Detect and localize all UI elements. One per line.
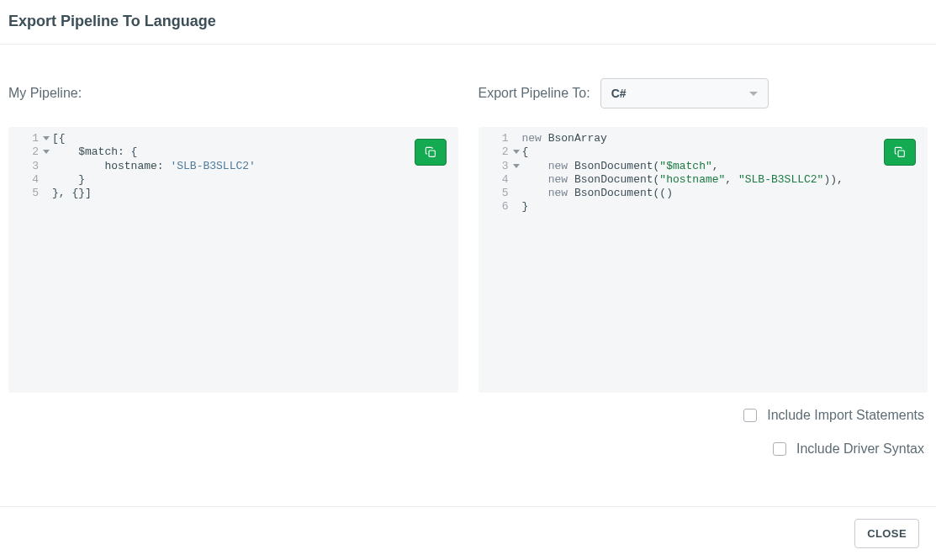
line-number: 1 [8, 132, 42, 145]
language-select-value: C# [611, 87, 627, 100]
export-code[interactable]: new BsonArray { new BsonDocument("$match… [522, 127, 928, 393]
export-code-box: 1 2 3 4 5 6 new BsonArray { new BsonDocu… [479, 127, 928, 393]
checkbox-input[interactable] [743, 409, 757, 422]
options: Include Import Statements Include Driver… [8, 408, 928, 457]
line-number: 4 [479, 173, 512, 187]
dialog-footer: CLOSE [0, 506, 936, 560]
source-pane: My Pipeline: 1 2 3 4 5 [{ $match: { host… [8, 53, 458, 393]
copy-icon [424, 145, 437, 159]
copy-icon [893, 145, 907, 159]
chevron-down-icon [749, 92, 758, 96]
line-number: 2 [8, 145, 42, 159]
source-gutter: 1 2 3 4 5 [8, 127, 42, 205]
close-button[interactable]: CLOSE [854, 519, 919, 548]
source-code-box: 1 2 3 4 5 [{ $match: { hostname: 'SLB-B3… [8, 127, 458, 393]
include-driver-checkbox[interactable]: Include Driver Syntax [773, 441, 924, 457]
dialog-body: My Pipeline: 1 2 3 4 5 [{ $match: { host… [0, 45, 936, 506]
line-number: 4 [8, 173, 42, 187]
include-driver-label: Include Driver Syntax [796, 441, 924, 457]
svg-rect-0 [429, 151, 435, 156]
source-code[interactable]: [{ $match: { hostname: 'SLB-B3SLLC2' } }… [52, 127, 458, 393]
svg-rect-1 [898, 151, 904, 156]
dialog-header: Export Pipeline To Language [0, 0, 936, 45]
dialog-title: Export Pipeline To Language [8, 13, 928, 30]
source-label: My Pipeline: [8, 86, 82, 101]
checkbox-input[interactable] [773, 442, 786, 456]
line-number: 5 [479, 187, 512, 200]
line-number: 2 [479, 145, 512, 159]
include-imports-label: Include Import Statements [767, 408, 924, 423]
line-number: 6 [479, 200, 512, 214]
export-pane: Export Pipeline To: C# 1 2 3 4 5 [479, 53, 928, 393]
export-pipeline-dialog: Export Pipeline To Language My Pipeline:… [0, 0, 936, 560]
line-number: 3 [8, 160, 42, 173]
line-number: 3 [479, 160, 512, 173]
copy-export-button[interactable] [884, 139, 916, 166]
export-label: Export Pipeline To: [479, 86, 590, 101]
line-number: 1 [479, 132, 512, 145]
language-select[interactable]: C# [600, 78, 769, 108]
export-gutter: 1 2 3 4 5 6 [479, 127, 512, 219]
copy-source-button[interactable] [415, 139, 447, 166]
include-imports-checkbox[interactable]: Include Import Statements [743, 408, 924, 423]
line-number: 5 [8, 187, 42, 200]
